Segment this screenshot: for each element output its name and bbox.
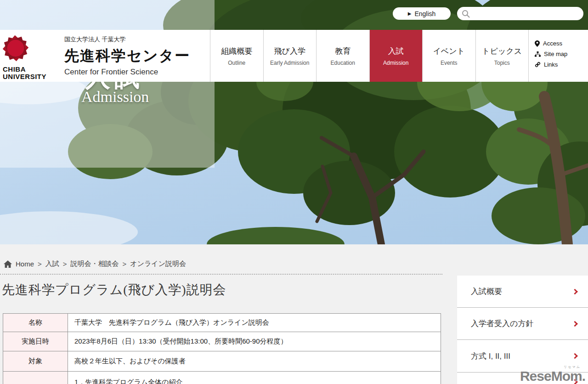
nav-admission[interactable]: 入試 Admission bbox=[369, 30, 423, 82]
links-label: Links bbox=[544, 61, 558, 68]
site-brand[interactable]: 国立大学法人 千葉大学 先進科学センター Center for Frontier… bbox=[64, 35, 190, 77]
hero-title-en: Admission bbox=[81, 88, 149, 106]
links-link[interactable]: Links bbox=[535, 61, 588, 68]
nav-label-jp: 飛び入学 bbox=[274, 46, 305, 56]
sitemap-link[interactable]: Site map bbox=[535, 51, 588, 57]
row-label: 実施日時 bbox=[3, 332, 68, 351]
breadcrumb-admission[interactable]: 入試 bbox=[45, 260, 59, 268]
row-value: 1．先進科学プログラム全体の紹介 bbox=[68, 372, 441, 384]
search-icon bbox=[462, 10, 470, 18]
map-pin-icon bbox=[535, 40, 540, 47]
breadcrumb-separator: > bbox=[38, 260, 42, 268]
nav-label-en: Admission bbox=[383, 60, 408, 66]
sidebar-item-label: 方式 I, II, III bbox=[471, 351, 510, 361]
nav-label-en: Events bbox=[441, 60, 458, 66]
logo-text-bottom: UNIVERSITY bbox=[3, 73, 57, 80]
sidebar-item-admission-overview[interactable]: 入試概要 bbox=[457, 276, 588, 307]
table-row: 実施日時 2023年8月6日（日）13:30（受付開始13:00、所要時間60-… bbox=[3, 332, 441, 351]
sidebar-item-methods[interactable]: 方式 I, II, III bbox=[457, 339, 588, 372]
dotted-divider bbox=[0, 274, 442, 275]
breadcrumb-sessions[interactable]: 説明会・相談会 bbox=[71, 260, 119, 268]
page-title: 先進科学プログラム(飛び入学)説明会 bbox=[2, 281, 226, 299]
home-icon bbox=[4, 260, 12, 268]
breadcrumb-separator: > bbox=[123, 260, 127, 268]
row-label: 対象 bbox=[3, 351, 68, 372]
link-icon bbox=[535, 62, 541, 68]
nav-events[interactable]: イベント Events bbox=[422, 30, 475, 82]
breadcrumb: Home > 入試 > 説明会・相談会 > オンライン説明会 bbox=[4, 260, 186, 268]
play-triangle-icon: ▶ bbox=[408, 11, 412, 16]
sidebar-item-label: 入試概要 bbox=[471, 286, 502, 297]
sidebar-item-partial[interactable] bbox=[457, 372, 588, 384]
breadcrumb-home[interactable]: Home bbox=[16, 260, 34, 268]
nav-label-en: Early Admission bbox=[270, 60, 309, 66]
search-input[interactable] bbox=[473, 9, 579, 19]
sitemap-icon bbox=[535, 51, 541, 57]
nav-label-jp: 教育 bbox=[335, 46, 351, 56]
nav-topics[interactable]: トピックス Topics bbox=[475, 30, 529, 82]
nav-label-en: Outline bbox=[228, 60, 245, 66]
table-row: 名称 千葉大学 先進科学プログラム（飛び入学）オンライン説明会 bbox=[3, 314, 441, 332]
chevron-right-icon bbox=[572, 353, 578, 359]
table-row: 対象 高校２年生以下、およびその保護者 bbox=[3, 351, 441, 372]
nav-outline[interactable]: 組織概要 Outline bbox=[210, 30, 263, 82]
nav-label-jp: 入試 bbox=[388, 46, 404, 56]
sidebar-item-label: 入学者受入の方針 bbox=[471, 318, 533, 329]
access-link[interactable]: Access bbox=[535, 40, 588, 47]
site-title: 先進科学センター bbox=[64, 46, 190, 66]
sitemap-label: Site map bbox=[544, 51, 567, 57]
nav-label-jp: イベント bbox=[433, 46, 465, 56]
chevron-right-icon bbox=[572, 321, 578, 327]
utility-links: Access Site map bbox=[528, 30, 588, 82]
chevron-right-icon bbox=[572, 379, 578, 384]
nav-label-jp: 組織概要 bbox=[221, 46, 252, 56]
english-label: English bbox=[414, 10, 435, 17]
site-subtitle: Center for Frontier Science bbox=[64, 68, 190, 77]
row-label: 名称 bbox=[3, 314, 68, 332]
sidebar: 入試概要 入学者受入の方針 方式 I, II, III bbox=[457, 276, 588, 384]
nav-label-en: Education bbox=[331, 60, 355, 66]
chiba-flower-icon bbox=[3, 34, 29, 64]
access-label: Access bbox=[543, 40, 562, 47]
site-header: CHIBA UNIVERSITY 国立大学法人 千葉大学 先進科学センター Ce… bbox=[0, 30, 588, 82]
org-name: 国立大学法人 千葉大学 bbox=[64, 35, 190, 44]
nav-label-en: Topics bbox=[494, 60, 510, 66]
page: 入試 Admission ▶ English bbox=[0, 0, 588, 384]
nav-label-jp: トピックス bbox=[482, 46, 522, 56]
sidebar-item-admission-policy[interactable]: 入学者受入の方針 bbox=[457, 307, 588, 339]
logo-text-top: CHIBA bbox=[3, 66, 57, 73]
nav-early-admission[interactable]: 飛び入学 Early Admission bbox=[263, 30, 317, 82]
breadcrumb-online-session[interactable]: オンライン説明会 bbox=[130, 260, 186, 268]
breadcrumb-separator: > bbox=[63, 260, 67, 268]
row-value: 千葉大学 先進科学プログラム（飛び入学）オンライン説明会 bbox=[68, 314, 441, 332]
content-area: Home > 入試 > 説明会・相談会 > オンライン説明会 先進科学プログラム… bbox=[0, 244, 588, 384]
chiba-university-logo[interactable]: CHIBA UNIVERSITY bbox=[3, 34, 57, 79]
chevron-right-icon bbox=[572, 288, 578, 294]
table-row: 1．先進科学プログラム全体の紹介 bbox=[3, 372, 441, 384]
english-button[interactable]: ▶ English bbox=[393, 7, 451, 20]
main-nav: 組織概要 Outline 飛び入学 Early Admission 教育 Edu… bbox=[210, 30, 528, 82]
row-value: 2023年8月6日（日）13:30（受付開始13:00、所要時間60-90分程度… bbox=[68, 332, 441, 351]
row-label bbox=[3, 372, 68, 384]
row-value: 高校２年生以下、およびその保護者 bbox=[68, 351, 441, 372]
info-table: 名称 千葉大学 先進科学プログラム（飛び入学）オンライン説明会 実施日時 202… bbox=[3, 313, 441, 384]
nav-education[interactable]: 教育 Education bbox=[316, 30, 369, 82]
search-box[interactable] bbox=[457, 7, 583, 20]
topbar: ▶ English bbox=[0, 0, 588, 30]
